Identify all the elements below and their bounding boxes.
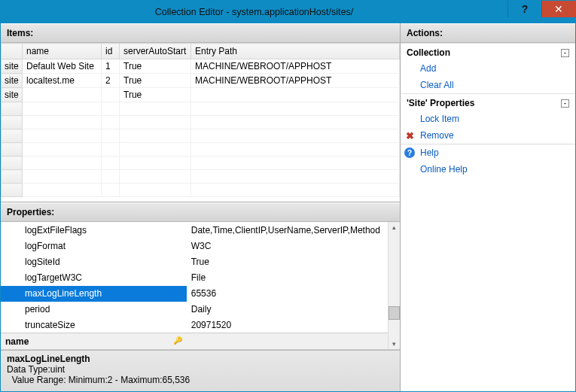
property-row[interactable]: logFormat W3C — [1, 238, 388, 254]
help-icon: ? — [404, 147, 416, 159]
blank-icon — [404, 113, 416, 125]
properties-scrollbar[interactable]: ▴ ▾ — [388, 222, 400, 349]
property-row[interactable]: logExtFileFlags Date,Time,ClientIP,UserN… — [1, 222, 388, 238]
cell-auto: True — [120, 74, 191, 88]
close-button[interactable]: ✕ — [541, 1, 575, 17]
table-row[interactable] — [2, 102, 400, 116]
items-header-row: name id serverAutoStart Entry Path — [2, 44, 400, 59]
scroll-down-arrow[interactable]: ▾ — [392, 339, 396, 349]
prop-name: logSiteId — [1, 254, 187, 269]
table-row[interactable] — [2, 129, 400, 143]
prop-value[interactable]: Date,Time,ClientIP,UserName,ServerIP,Met… — [187, 222, 388, 238]
prop-name: logExtFileFlags — [1, 222, 187, 238]
action-remove[interactable]: ✖ Remove — [401, 127, 575, 144]
action-label: Remove — [420, 130, 454, 141]
prop-desc-type: Data Type:uint — [7, 364, 394, 375]
property-row[interactable]: truncateSize 20971520 — [1, 318, 388, 333]
actions-header: Actions: — [401, 23, 575, 43]
prop-category: name 🔑 — [1, 333, 187, 349]
properties-header: Properties: — [1, 202, 400, 222]
col-id[interactable]: id — [102, 44, 120, 59]
property-row[interactable]: period Daily — [1, 302, 388, 318]
action-online-help[interactable]: Online Help — [401, 161, 575, 178]
action-label: Help — [420, 147, 439, 158]
property-category-row[interactable]: name 🔑 — [1, 333, 388, 349]
blank-icon — [404, 62, 416, 74]
action-add[interactable]: Add — [401, 60, 575, 77]
prop-name: logFormat — [1, 238, 187, 254]
blank-icon — [404, 79, 416, 91]
col-serverautostart[interactable]: serverAutoStart — [120, 44, 191, 59]
cell-id — [102, 88, 120, 102]
properties-section: Properties: logExtFileFlags Date,Time,Cl… — [1, 202, 400, 391]
property-row[interactable]: logSiteId True — [1, 254, 388, 269]
table-row[interactable] — [2, 116, 400, 129]
cell-type: site — [2, 59, 23, 74]
actions-group-site-properties: 'Site' Properties - — [401, 93, 575, 111]
actions-group-collection: Collection - — [401, 43, 575, 60]
cell-type: site — [2, 74, 23, 88]
prop-name: maxLogLineLength — [1, 286, 187, 302]
x-icon: ✖ — [404, 129, 416, 141]
scroll-thumb[interactable] — [389, 306, 400, 320]
col-entrypath[interactable]: Entry Path — [191, 44, 400, 59]
table-row[interactable]: site True — [2, 88, 400, 102]
table-row[interactable]: site Default Web Site 1 True MACHINE/WEB… — [2, 59, 400, 74]
cell-name — [23, 88, 102, 102]
table-row[interactable] — [2, 170, 400, 184]
cell-name: localtest.me — [23, 74, 102, 88]
property-row[interactable]: logTargetW3C File — [1, 269, 388, 285]
table-row[interactable] — [2, 156, 400, 170]
cell-path — [191, 88, 400, 102]
prop-name: truncateSize — [1, 318, 187, 333]
items-grid-wrap[interactable]: name id serverAutoStart Entry Path site … — [1, 43, 400, 202]
key-icon: 🔑 — [173, 336, 182, 345]
properties-grid[interactable]: logExtFileFlags Date,Time,ClientIP,UserN… — [1, 222, 388, 349]
prop-value[interactable]: File — [187, 269, 388, 285]
category-label: name — [5, 336, 29, 347]
cell-path: MACHINE/WEBROOT/APPHOST — [191, 74, 400, 88]
col-type[interactable] — [2, 44, 23, 59]
prop-value[interactable]: Daily — [187, 302, 388, 318]
group-title-label: 'Site' Properties — [407, 98, 474, 108]
table-row[interactable] — [2, 184, 400, 197]
cell-type: site — [2, 88, 23, 102]
property-row-selected[interactable]: maxLogLineLength 65536 — [1, 286, 388, 302]
cell-id: 2 — [102, 74, 120, 88]
col-name[interactable]: name — [23, 44, 102, 59]
prop-name: period — [1, 302, 187, 318]
prop-name: logTargetW3C — [1, 269, 187, 285]
collapse-icon[interactable]: - — [561, 49, 569, 57]
property-description: maxLogLineLength Data Type:uint Value Ra… — [1, 350, 400, 391]
cell-auto: True — [120, 59, 191, 74]
collapse-icon[interactable]: - — [561, 99, 569, 108]
action-clear-all[interactable]: Clear All — [401, 77, 575, 93]
cell-id: 1 — [102, 59, 120, 74]
action-label: Add — [420, 63, 436, 74]
main-pane: Items: name id serverAutoStart Entry Pat… — [1, 23, 401, 391]
prop-value[interactable]: True — [187, 254, 388, 269]
scroll-up-arrow[interactable]: ▴ — [392, 222, 396, 232]
action-lock-item[interactable]: Lock Item — [401, 111, 575, 127]
action-label: Lock Item — [420, 114, 459, 124]
help-button[interactable]: ? — [507, 1, 541, 17]
window-title: Collection Editor - system.applicationHo… — [1, 7, 507, 17]
group-title-label: Collection — [407, 47, 450, 58]
items-grid[interactable]: name id serverAutoStart Entry Path site … — [1, 43, 400, 197]
action-help[interactable]: ? Help — [401, 144, 575, 161]
action-label: Clear All — [420, 80, 454, 90]
prop-value[interactable]: W3C — [187, 238, 388, 254]
prop-value[interactable]: 20971520 — [187, 318, 388, 333]
action-label: Online Help — [420, 164, 468, 175]
items-section: Items: name id serverAutoStart Entry Pat… — [1, 23, 400, 202]
actions-pane: Actions: Collection - Add Clear All 'Sit… — [401, 23, 575, 391]
prop-value[interactable] — [187, 333, 388, 349]
blank-icon — [404, 163, 416, 175]
prop-value[interactable]: 65536 — [187, 286, 388, 302]
table-row[interactable]: site localtest.me 2 True MACHINE/WEBROOT… — [2, 74, 400, 88]
window-controls: ? ✕ — [507, 1, 575, 23]
table-row[interactable] — [2, 143, 400, 156]
cell-path: MACHINE/WEBROOT/APPHOST — [191, 59, 400, 74]
cell-name: Default Web Site — [23, 59, 102, 74]
prop-desc-range: Value Range: Minimum:2 - Maximum:65,536 — [7, 375, 394, 385]
